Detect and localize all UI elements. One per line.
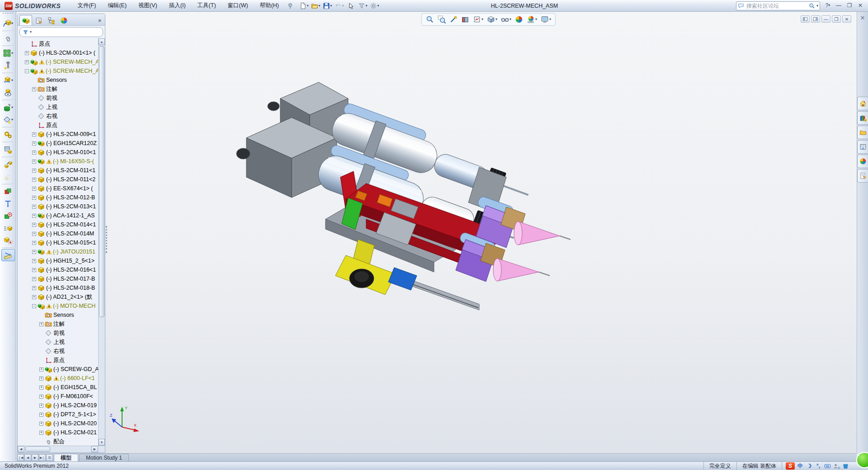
menu-工具(T)[interactable]: 工具(T) [192, 0, 222, 11]
dropdown-caret[interactable]: ▾ [319, 4, 321, 8]
selection-filter-button[interactable]: ▾ [357, 1, 368, 11]
apply-scene-button[interactable]: ▾ [525, 14, 538, 25]
dropdown-caret[interactable]: ▾ [11, 22, 13, 25]
dropdown-caret[interactable]: ▾ [481, 18, 483, 21]
tree-item[interactable]: 右视 [18, 112, 98, 121]
expand-icon[interactable]: + [39, 431, 43, 435]
tree-item[interactable]: +(-) HLS-2CM-018-B [18, 283, 98, 292]
tree-item[interactable]: 上视 [18, 103, 98, 112]
dropdown-caret[interactable]: ▾ [828, 4, 830, 7]
tree-item[interactable]: 前视 [18, 94, 98, 103]
expand-icon[interactable]: + [32, 160, 36, 164]
task-pane-tab-solidworks-resources[interactable] [857, 97, 868, 110]
dropdown-caret[interactable]: ▾ [11, 52, 13, 55]
tree-item[interactable]: Sensors [18, 310, 98, 320]
expand-icon[interactable]: + [32, 196, 36, 200]
mate-button[interactable] [1, 32, 15, 44]
expand-icon[interactable]: + [25, 51, 29, 55]
tree-item[interactable]: 配合 [18, 437, 98, 446]
scroll-thumb[interactable] [99, 46, 104, 317]
dropdown-caret[interactable]: ▾ [11, 106, 13, 109]
dropdown-caret[interactable]: ▾ [11, 118, 13, 122]
tree-item[interactable]: +(-) HLS-2CM-001<1> ( [18, 48, 98, 57]
tree-item[interactable]: 原点 [18, 121, 98, 130]
menu-文件(F)[interactable]: 文件(F) [71, 0, 102, 11]
assembly-features-button[interactable]: ▾ [1, 101, 15, 113]
pane-right-button[interactable] [811, 15, 820, 23]
expand-icon[interactable]: + [39, 367, 43, 371]
tree-item[interactable]: +(-) HLS-2CM-020 [18, 419, 98, 428]
dropdown-caret[interactable]: ▾ [330, 4, 332, 8]
tab-模型[interactable]: 模型 [54, 454, 78, 461]
view-orientation-button[interactable]: ▾ [472, 14, 485, 25]
tab-scroll-next[interactable]: ▶ [32, 454, 38, 461]
restore-doc-button[interactable]: ❐ [832, 15, 841, 23]
tree-item[interactable]: +(-) HLS-2CM-016<1 [18, 265, 98, 274]
expand-icon[interactable]: + [39, 413, 43, 417]
tree-item[interactable]: +A注解 [18, 320, 98, 329]
orientation-triad[interactable]: Y X Z [108, 402, 140, 434]
splitter-grip[interactable] [106, 226, 108, 253]
tree-item[interactable]: +(-) HLS-2CM-015<1 [18, 238, 98, 247]
interference-detection-button[interactable] [1, 185, 15, 197]
expand-icon[interactable]: + [32, 295, 36, 299]
insert-components-button[interactable]: ▾ [1, 17, 15, 29]
tree-item[interactable]: +(-) HLS-2CM-012-B [18, 193, 98, 202]
tree-item[interactable]: +(-) ACA-1412-1_AS [18, 211, 98, 220]
tree-item[interactable]: 原点 [18, 39, 98, 48]
pin-menu-icon[interactable] [285, 1, 296, 11]
half-width-mode-icon[interactable]: ☽ [806, 462, 813, 470]
close-doc-button[interactable]: ✕ [842, 15, 851, 23]
tree-item[interactable]: +(-) HLS-2CM-010<1 [18, 148, 98, 157]
tree-item[interactable]: +(-) HLS-2CM-011<1 [18, 166, 98, 175]
panel-splitter[interactable] [105, 14, 108, 453]
tree-vertical-scrollbar[interactable]: ▲ ▼ [98, 38, 105, 446]
dropdown-caret[interactable]: ▾ [535, 18, 537, 21]
save-document-button[interactable]: ▾ [322, 1, 333, 11]
expand-icon[interactable]: + [39, 385, 43, 390]
dropdown-caret[interactable]: ▾ [366, 4, 368, 8]
dropdown-caret[interactable]: ▾ [509, 18, 511, 21]
tree-item[interactable]: +(-) 6600-LF<1 [18, 374, 98, 383]
model-slider-blue[interactable] [388, 268, 417, 290]
tree-item[interactable]: +(-) HLS-2CM-014<1 [18, 220, 98, 229]
tab-configuration-manager[interactable] [45, 15, 57, 25]
expand-icon[interactable]: + [39, 404, 43, 408]
expand-icon[interactable]: + [32, 141, 36, 146]
skin-icon[interactable] [842, 462, 849, 470]
tab-overflow-chevron[interactable]: » [98, 17, 104, 25]
explode-line-sketch-button[interactable] [1, 170, 15, 183]
expand-icon[interactable]: + [32, 286, 36, 290]
zoom-to-fit-button[interactable] [425, 14, 435, 25]
open-document-button[interactable]: ▾ [310, 1, 321, 11]
hole-alignment-button[interactable] [1, 210, 15, 222]
expand-icon[interactable]: + [32, 250, 36, 254]
tree-item[interactable]: +(-) DPT2_5-1<1> [18, 410, 98, 419]
tree-item[interactable]: +(-) HLS-2CM-017-B [18, 274, 98, 283]
menu-帮助(H)[interactable]: 帮助(H) [254, 0, 285, 11]
expand-icon[interactable]: + [32, 205, 36, 209]
options-button[interactable]: ▾ [369, 1, 380, 11]
expand-icon[interactable]: + [32, 187, 36, 191]
expand-icon[interactable]: + [39, 322, 43, 326]
menu-窗口(W)[interactable]: 窗口(W) [222, 0, 254, 11]
expand-icon[interactable]: + [32, 241, 36, 245]
dropdown-caret[interactable]: ▾ [495, 18, 497, 21]
assembly-xpert-button[interactable] [1, 222, 15, 234]
chinese-mode-icon[interactable]: 中 [797, 462, 804, 470]
undo-button[interactable]: ▾ [334, 1, 344, 11]
menu-插入(I)[interactable]: 插入(I) [163, 0, 192, 11]
model-cable-stub[interactable] [268, 102, 279, 111]
tree-item[interactable]: +(-) HLS-2CM-013<1 [18, 202, 98, 211]
tree-item[interactable]: +(-) HGH15_2_5<1> [18, 256, 98, 265]
tree-item[interactable]: +(-) SCREW-MECH_A [18, 57, 98, 66]
menu-视图(V)[interactable]: 视图(V) [132, 0, 163, 11]
select-cursor-button[interactable] [345, 1, 356, 11]
scroll-thumb[interactable] [25, 446, 50, 452]
task-pane-tab-view-palette[interactable] [857, 140, 868, 154]
tree-item[interactable]: +(-) MI-16X50-S-( [18, 157, 98, 166]
tree-horizontal-scrollbar[interactable]: ◀ ▶ [18, 446, 105, 452]
search-icon[interactable] [809, 3, 815, 9]
dropdown-caret[interactable]: ▾ [377, 4, 379, 8]
expand-icon[interactable]: + [32, 232, 36, 236]
